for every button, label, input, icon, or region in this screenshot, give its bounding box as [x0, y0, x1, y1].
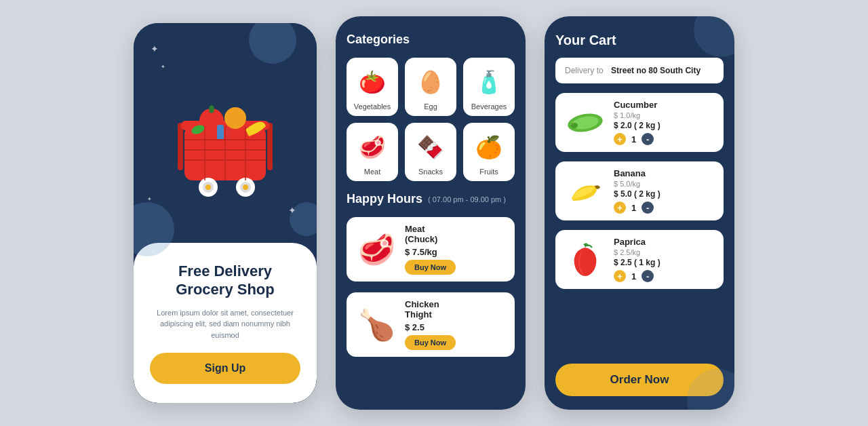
- star-4: ✦: [147, 196, 152, 202]
- chicken-thigh-price: $ 2.5: [405, 322, 456, 332]
- banana-qty-plus[interactable]: +: [614, 201, 626, 214]
- cart-item-cucumber: Cucumber $ 1.0/kg $ 2.0 ( 2 kg ) + 1 -: [555, 93, 724, 152]
- meat-chuck-price: $ 7.5/kg: [405, 247, 456, 257]
- beverages-icon: 🧴: [473, 66, 505, 98]
- happy-hours-title: Happy Hours: [347, 192, 422, 206]
- banana-name: Banana: [614, 168, 715, 178]
- categories-grid: 🍅 Vegetables 🥚 Egg 🧴 Beverages 🥩 Meat 🍫: [347, 58, 515, 181]
- meat-chuck-buy-button[interactable]: Buy Now: [405, 260, 456, 275]
- cucumber-qty-minus[interactable]: -: [642, 133, 654, 145]
- category-fruits[interactable]: 🍊 Fruits: [463, 123, 515, 181]
- category-beverages[interactable]: 🧴 Beverages: [463, 58, 515, 116]
- snacks-icon: 🍫: [414, 131, 447, 163]
- cart-item-banana: Banana $ 5.0/kg $ 5.0 ( 2 kg ) + 1 -: [555, 161, 724, 220]
- paprica-total: $ 2.5 ( 1 kg ): [614, 258, 715, 267]
- deco-circle-3: [290, 202, 317, 236]
- delivery-address: Street no 80 South City: [611, 66, 701, 75]
- cucumber-info: Cucumber $ 1.0/kg $ 2.0 ( 2 kg ) + 1 -: [614, 100, 715, 145]
- screen-cart: Your Cart Delivery to Street no 80 South…: [545, 16, 734, 410]
- cucumber-total: $ 2.0 ( 2 kg ): [614, 121, 715, 130]
- paprica-info: Paprica $ 2.5/kg $ 2.5 ( 1 kg ) + 1 -: [614, 237, 715, 282]
- meat-icon: 🥩: [356, 131, 389, 163]
- svg-rect-15: [225, 128, 231, 140]
- banana-info: Banana $ 5.0/kg $ 5.0 ( 2 kg ) + 1 -: [614, 168, 715, 214]
- svg-point-6: [205, 185, 211, 190]
- happy-hours-time: ( 07.00 pm - 09.00 pm ): [428, 195, 506, 204]
- cart-item-paprica: Paprica $ 2.5/kg $ 2.5 ( 1 kg ) + 1 -: [555, 230, 724, 289]
- screens-container: ✦ ✦ ✦ ✦: [0, 0, 868, 426]
- chicken-thigh-buy-button[interactable]: Buy Now: [405, 335, 456, 350]
- category-egg[interactable]: 🥚 Egg: [405, 58, 456, 116]
- banana-total: $ 5.0 ( 2 kg ): [614, 189, 715, 199]
- cucumber-qty-control: + 1 -: [614, 133, 715, 145]
- chicken-thigh-name: ChickenThight: [405, 299, 456, 320]
- category-vegetables[interactable]: 🍅 Vegetables: [347, 58, 398, 116]
- fruits-icon: 🍊: [473, 131, 505, 163]
- paprica-qty: 1: [631, 271, 636, 282]
- deco-circle-1: [249, 23, 296, 64]
- cucumber-per: $ 1.0/kg: [614, 111, 715, 119]
- banana-qty: 1: [631, 203, 636, 213]
- svg-rect-1: [178, 123, 183, 170]
- meat-chuck-name: Meat(Chuck): [405, 224, 456, 244]
- cucumber-qty-plus[interactable]: +: [614, 133, 626, 145]
- svg-rect-2: [267, 123, 273, 170]
- fruits-label: Fruits: [479, 168, 498, 176]
- banana-qty-minus[interactable]: -: [642, 201, 654, 214]
- cucumber-name: Cucumber: [614, 100, 715, 110]
- meat-label: Meat: [364, 168, 380, 176]
- meat-chuck-info: Meat(Chuck) $ 7.5/kg Buy Now: [405, 224, 456, 275]
- welcome-top: ✦ ✦ ✦ ✦: [134, 23, 317, 243]
- happy-item-meat: 🥩 Meat(Chuck) $ 7.5/kg Buy Now: [347, 217, 515, 282]
- egg-label: Egg: [424, 102, 437, 111]
- paprica-per: $ 2.5/kg: [614, 248, 715, 256]
- svg-point-9: [243, 185, 248, 190]
- happy-item-chicken: 🍗 ChickenThight $ 2.5 Buy Now: [347, 292, 515, 357]
- cart-illustration: [157, 65, 293, 201]
- svg-point-11: [209, 105, 214, 113]
- banana-image: [564, 174, 607, 209]
- banana-svg: [565, 176, 606, 206]
- paprica-qty-minus[interactable]: -: [642, 270, 654, 282]
- meat-chuck-image: 🥩: [355, 228, 398, 271]
- chicken-thigh-info: ChickenThight $ 2.5 Buy Now: [405, 299, 456, 350]
- paprica-name: Paprica: [614, 237, 715, 247]
- welcome-description: Lorem ipsum dolor sit amet, consectetuer…: [150, 307, 300, 341]
- paprica-qty-plus[interactable]: +: [614, 270, 626, 282]
- category-meat[interactable]: 🥩 Meat: [347, 123, 398, 181]
- screen-welcome: ✦ ✦ ✦ ✦: [134, 23, 317, 403]
- beverages-label: Beverages: [471, 102, 507, 111]
- cucumber-qty: 1: [631, 134, 636, 144]
- delivery-prefix: Delivery to: [565, 66, 604, 75]
- banana-per: $ 5.0/kg: [614, 180, 715, 188]
- paprica-svg: [566, 242, 604, 277]
- banana-qty-control: + 1 -: [614, 201, 715, 214]
- category-snacks[interactable]: 🍫 Snacks: [405, 123, 456, 181]
- chicken-thigh-image: 🍗: [355, 303, 398, 347]
- signup-button[interactable]: Sign Up: [150, 353, 300, 384]
- cucumber-svg: [565, 108, 606, 138]
- vegetables-icon: 🍅: [356, 66, 389, 98]
- happy-hours-header: Happy Hours ( 07.00 pm - 09.00 pm ): [347, 192, 515, 206]
- snacks-label: Snacks: [418, 168, 443, 176]
- cart-deco-circle-1: [694, 16, 734, 57]
- screen-categories: Categories 🍅 Vegetables 🥚 Egg 🧴 Beverage…: [336, 16, 526, 410]
- paprica-qty-control: + 1 -: [614, 270, 715, 282]
- welcome-bottom: Free DeliveryGrocery Shop Lorem ipsum do…: [134, 243, 317, 404]
- welcome-title: Free DeliveryGrocery Shop: [176, 262, 274, 299]
- svg-point-12: [224, 107, 246, 129]
- star-1: ✦: [151, 43, 159, 54]
- egg-icon: 🥚: [414, 66, 447, 98]
- delivery-bar: Delivery to Street no 80 South City: [555, 58, 724, 83]
- svg-rect-14: [217, 125, 224, 140]
- paprica-image: [564, 242, 607, 277]
- cucumber-image: [564, 105, 607, 140]
- categories-title: Categories: [347, 33, 515, 47]
- vegetables-label: Vegetables: [354, 102, 391, 111]
